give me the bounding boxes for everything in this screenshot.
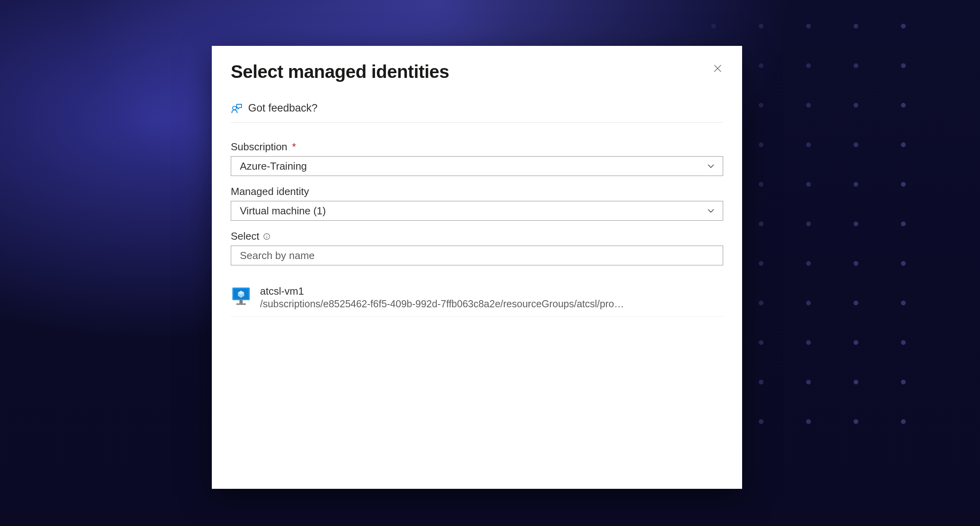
subscription-field: Subscription * Azure-Training (231, 141, 723, 176)
required-asterisk: * (292, 141, 296, 153)
subscription-select[interactable]: Azure-Training (231, 156, 723, 176)
result-path: /subscriptions/e8525462-f6f5-409b-992d-7… (260, 297, 723, 311)
subscription-value: Azure-Training (240, 160, 307, 172)
result-item[interactable]: atcsl-vm1 /subscriptions/e8525462-f6f5-4… (231, 282, 723, 317)
managed-identity-label: Managed identity (231, 185, 723, 198)
page-background: (function(){ var dg = document.currentSc… (0, 0, 980, 526)
select-search-input[interactable] (240, 246, 705, 265)
result-name: atcsl-vm1 (260, 285, 723, 297)
select-search-input-wrapper[interactable] (231, 246, 723, 265)
chevron-down-icon (705, 205, 716, 216)
info-icon[interactable] (262, 232, 271, 241)
close-button[interactable] (710, 62, 725, 76)
feedback-icon (231, 102, 243, 114)
svg-rect-10 (239, 300, 243, 303)
svg-point-2 (233, 106, 236, 110)
close-icon (713, 64, 722, 74)
got-feedback-link[interactable]: Got feedback? (231, 100, 723, 123)
feedback-label: Got feedback? (248, 102, 318, 114)
result-text: atcsl-vm1 /subscriptions/e8525462-f6f5-4… (260, 285, 723, 311)
panel-title: Select managed identities (231, 57, 723, 100)
select-label-text: Select (231, 230, 259, 242)
select-label-row: Select (231, 230, 723, 242)
virtual-machine-icon (231, 286, 251, 307)
managed-identity-select[interactable]: Virtual machine (1) (231, 201, 723, 221)
select-managed-identities-panel: Select managed identities (212, 46, 742, 489)
decorative-dot-grid: (function(){ var dg = document.currentSc… (711, 24, 956, 459)
chevron-down-icon (705, 161, 716, 172)
results-list: atcsl-vm1 /subscriptions/e8525462-f6f5-4… (231, 282, 723, 317)
select-search-field: Select (231, 230, 723, 265)
subscription-label-text: Subscription (231, 141, 287, 153)
subscription-label: Subscription * (231, 141, 723, 153)
managed-identity-value: Virtual machine (1) (240, 205, 326, 217)
svg-rect-11 (236, 303, 246, 305)
svg-point-5 (267, 235, 267, 235)
managed-identity-field: Managed identity Virtual machine (1) (231, 185, 723, 221)
